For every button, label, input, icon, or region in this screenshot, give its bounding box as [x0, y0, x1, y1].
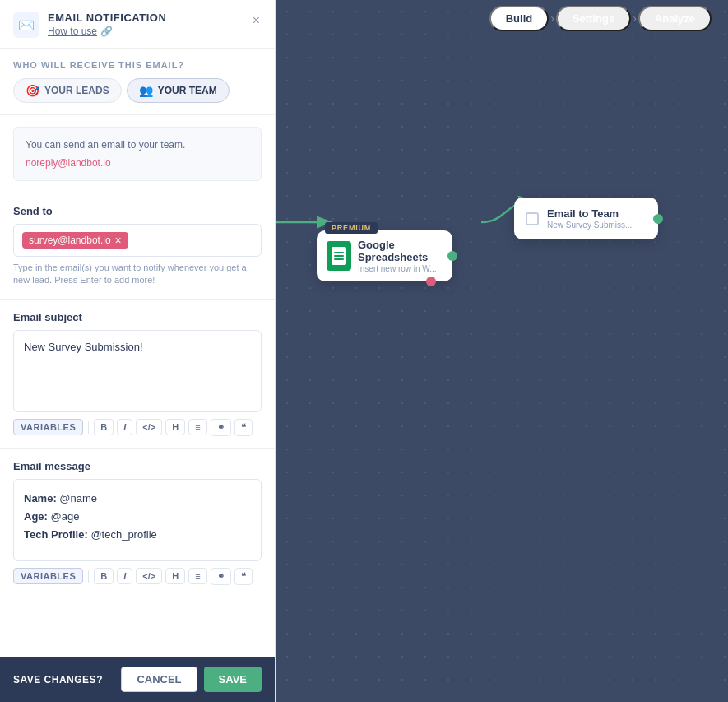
sheets-line-3 [334, 258, 344, 260]
panel-header: ✉️ EMAIL NOTIFICATION How to use 🔗 × [0, 0, 275, 49]
subject-list-btn[interactable]: ≡ [188, 419, 206, 435]
external-link-icon: 🔗 [100, 26, 113, 37]
message-link-btn[interactable]: ⚭ [211, 568, 231, 585]
who-section: WHO WILL RECEIVE THIS EMAIL? 🎯 YOUR LEAD… [0, 49, 275, 115]
subject-link-btn[interactable]: ⚭ [211, 419, 231, 436]
premium-badge: PREMIUM [325, 222, 378, 234]
message-heading-btn[interactable]: H [165, 568, 185, 584]
header-left: ✉️ EMAIL NOTIFICATION How to use 🔗 [13, 12, 166, 38]
message-toolbar: VARIABLES B I </> H ≡ ⚭ ❝ [13, 561, 262, 585]
sheets-line-2 [334, 255, 344, 257]
nav-build[interactable]: Build [489, 6, 549, 31]
nav-sep-1: › [550, 12, 554, 25]
save-button[interactable]: SAVE [204, 667, 262, 692]
msg-bold-3: Tech Profile: [24, 528, 88, 541]
msg-text-2: @age [48, 510, 80, 523]
message-italic-btn[interactable]: I [117, 568, 132, 584]
subject-heading-btn[interactable]: H [165, 419, 185, 435]
subject-code-btn[interactable]: </> [136, 419, 162, 435]
team-icon: 👥 [139, 84, 153, 97]
toolbar-sep-2 [88, 570, 89, 583]
email-node-checkbox[interactable] [526, 212, 539, 225]
nav-settings[interactable]: Settings [556, 6, 631, 31]
msg-text-1: @name [57, 492, 97, 504]
google-spreadsheets-node[interactable]: PREMIUM Google Spreadsheets Insert new r… [317, 230, 452, 281]
panel-title: EMAIL NOTIFICATION [48, 12, 166, 24]
subject-toolbar: VARIABLES B I </> H ≡ ⚭ ❝ [13, 412, 262, 436]
message-input[interactable]: Name: @name Age: @age Tech Profile: @tec… [13, 479, 262, 561]
bottom-bar: SAVE CHANGES? CANCEL SAVE [0, 657, 275, 702]
close-button[interactable]: × [251, 12, 262, 30]
email-right-dot[interactable] [653, 214, 663, 224]
message-line-2: Age: @age [24, 508, 251, 526]
top-nav: Build › Settings › Analyze [276, 0, 728, 36]
right-connector-dot[interactable] [447, 251, 457, 261]
sheets-lines [334, 252, 344, 260]
google-node-title: Google Spreadsheets [358, 239, 443, 263]
node-inner: Google Spreadsheets Insert new row in W.… [327, 239, 443, 273]
sheets-icon-inner [332, 247, 346, 265]
message-line-3: Tech Profile: @tech_profile [24, 526, 251, 544]
tag-input[interactable]: survey@landbot.io × [13, 224, 262, 257]
google-sheets-icon [327, 241, 351, 271]
noreply-email[interactable]: noreply@landbot.io [26, 156, 249, 170]
msg-text-3: @tech_profile [88, 528, 157, 541]
who-label: WHO WILL RECEIVE THIS EMAIL? [13, 60, 262, 70]
spacer [0, 597, 275, 657]
subject-variables-btn[interactable]: VARIABLES [13, 419, 83, 435]
message-list-btn[interactable]: ≡ [188, 568, 206, 584]
email-message-label: Email message [13, 460, 262, 472]
nav-analyze[interactable]: Analyze [638, 6, 712, 31]
sheets-line-1 [334, 252, 344, 253]
tab-your-team[interactable]: 👥 YOUR TEAM [127, 78, 230, 103]
send-to-hint: Type in the email(s) you want to notify … [13, 262, 262, 287]
msg-bold-1: Name: [24, 492, 57, 504]
subject-bold-btn[interactable]: B [94, 419, 114, 435]
node-text: Google Spreadsheets Insert new row in W.… [358, 239, 443, 273]
email-subject-section: Email subject New Survey Submission! VAR… [0, 300, 275, 449]
send-to-label: Send to [13, 205, 262, 217]
toolbar-sep-1 [88, 421, 89, 434]
google-node-subtitle: Insert new row in W... [358, 264, 443, 273]
send-to-section: Send to survey@landbot.io × Type in the … [0, 193, 275, 300]
header-text: EMAIL NOTIFICATION How to use 🔗 [48, 12, 166, 37]
tabs-container: 🎯 YOUR LEADS 👥 YOUR TEAM [13, 78, 262, 103]
subject-italic-btn[interactable]: I [117, 419, 132, 435]
email-node-subtitle: New Survey Submiss... [547, 221, 632, 230]
how-to-use-link[interactable]: How to use [48, 26, 97, 37]
message-bold-btn[interactable]: B [94, 568, 114, 584]
panel-subtitle: How to use 🔗 [48, 26, 166, 37]
email-subject-label: Email subject [13, 311, 262, 323]
message-quote-btn[interactable]: ❝ [234, 568, 253, 585]
cancel-button[interactable]: CANCEL [121, 667, 197, 692]
email-to-team-node[interactable]: Email to Team New Survey Submiss... [514, 198, 658, 239]
left-panel: ✉️ EMAIL NOTIFICATION How to use 🔗 × WHO… [0, 0, 276, 702]
tab-leads-label: YOUR LEADS [44, 85, 109, 96]
leads-icon: 🎯 [26, 84, 39, 97]
tag-email: survey@landbot.io [29, 235, 111, 246]
info-text: You can send an email to your team. [26, 139, 185, 151]
message-line-1: Name: @name [24, 490, 251, 508]
tab-your-leads[interactable]: 🎯 YOUR LEADS [13, 78, 122, 103]
error-connector-dot[interactable] [426, 277, 436, 286]
tab-team-label: YOUR TEAM [158, 85, 217, 96]
subject-value: New Survey Submission! [24, 341, 143, 353]
email-message-section: Email message Name: @name Age: @age Tech… [0, 449, 275, 597]
msg-bold-2: Age: [24, 510, 48, 523]
tag-remove-button[interactable]: × [115, 235, 122, 246]
subject-input[interactable]: New Survey Submission! [13, 330, 262, 412]
message-code-btn[interactable]: </> [136, 568, 162, 584]
subject-quote-btn[interactable]: ❝ [234, 419, 253, 436]
email-icon: ✉️ [13, 12, 39, 38]
flow-canvas: Build › Settings › Analyze ⧉ 🗑 PREMIUM [276, 0, 728, 702]
bottom-actions: CANCEL SAVE [121, 667, 262, 692]
email-node-text: Email to Team New Survey Submiss... [547, 207, 632, 230]
save-changes-label: SAVE CHANGES? [13, 674, 103, 686]
email-node-title: Email to Team [547, 207, 632, 220]
info-box: You can send an email to your team. nore… [13, 127, 262, 181]
nav-sep-2: › [633, 12, 637, 25]
flow-area: ⧉ 🗑 PREMIUM Google Spreadsheets [276, 49, 728, 702]
email-tag: survey@landbot.io × [22, 232, 128, 249]
info-section: You can send an email to your team. nore… [0, 115, 275, 193]
message-variables-btn[interactable]: VARIABLES [13, 568, 83, 584]
